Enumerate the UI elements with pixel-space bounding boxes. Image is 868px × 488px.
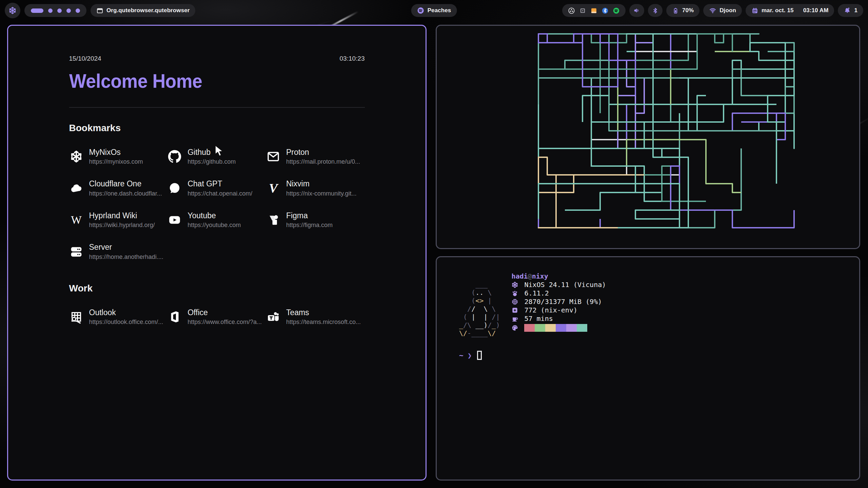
system-tray[interactable] xyxy=(562,4,626,17)
qutebrowser-startpage-window: 15/10/2024 03:10:23 Welcome Home Bookmar… xyxy=(7,25,427,481)
workspace-indicator[interactable] xyxy=(24,4,86,17)
bookmark-name: Office xyxy=(188,308,262,317)
startpage-date: 15/10/2024 xyxy=(69,55,101,62)
active-window-title[interactable]: Org.qutebrowser.qutebrowser xyxy=(91,4,195,17)
fetch-user: hadi xyxy=(511,272,528,280)
fetch-palette-row xyxy=(511,324,606,332)
bookmark-url: https://nix-community.git... xyxy=(286,190,357,197)
section-divider xyxy=(69,107,365,108)
figma-icon xyxy=(266,213,280,227)
palette-swatch xyxy=(556,324,566,332)
window-icon xyxy=(96,7,103,14)
workspace-dot-5[interactable] xyxy=(76,8,80,13)
notifications-widget[interactable]: 1 xyxy=(838,4,863,17)
mouse-pointer xyxy=(215,145,225,157)
bookmark-cloudflare-one[interactable]: Cloudflare Onehttps://one.dash.cloudflar… xyxy=(69,179,168,197)
bookmark-server[interactable]: Serverhttps://home.anotherhadi.... xyxy=(69,243,168,260)
fetch-row: 6.11.2 xyxy=(511,289,606,298)
window-title-label: Org.qutebrowser.qutebrowser xyxy=(106,7,190,14)
widget-x-tray-icon[interactable] xyxy=(579,7,586,14)
bookmark-grid: MyNixOshttps://mynixos.comGithubhttps://… xyxy=(69,148,365,261)
bookmark-name: Hyprland Wiki xyxy=(89,211,155,220)
clock-date: mar. oct. 15 xyxy=(762,7,794,14)
bookmark-youtube[interactable]: Youtubehttps://youtube.com xyxy=(167,211,266,229)
bookmark-mynixos[interactable]: MyNixOshttps://mynixos.com xyxy=(69,148,168,165)
speaker-icon xyxy=(633,7,640,14)
bookmark-url: https://teams.microsoft.co... xyxy=(286,319,361,326)
bluetooth-button[interactable] xyxy=(648,4,663,17)
volume-button[interactable] xyxy=(629,4,644,17)
fetch-row-value: 772 (nix-env) xyxy=(524,306,577,314)
workspace-dot-2[interactable] xyxy=(48,8,53,13)
bookmark-name: Cloudflare One xyxy=(89,179,162,188)
battery-widget[interactable]: 70% xyxy=(666,4,699,17)
palette-swatch xyxy=(577,324,587,332)
bookmark-outlook[interactable]: Outlookhttps://outlook.office.com/... xyxy=(69,308,168,326)
battery-percent: 70% xyxy=(682,7,694,14)
battery-icon xyxy=(672,7,679,14)
bookmark-chat-gpt[interactable]: Chat GPThttps://chat.openai.com/ xyxy=(167,179,266,197)
nixos-launcher-button[interactable] xyxy=(5,3,20,18)
fetch-row-value: 57 mins xyxy=(524,314,553,323)
teams-icon xyxy=(266,310,280,324)
status-modules: 70% Djoon mar. oct. 15 03:10 AM 1 xyxy=(562,4,863,17)
clock-widget[interactable]: mar. oct. 15 03:10 AM xyxy=(746,4,834,17)
bookmark-hyprland-wiki[interactable]: WHyprland Wikihttps://wiki.hyprland.org/ xyxy=(69,211,168,229)
workspace-dot-3[interactable] xyxy=(57,8,62,13)
fetch-row: 2870/31377 MiB (9%) xyxy=(511,298,606,306)
workspace-dot-1[interactable] xyxy=(31,8,43,13)
spotify-green-tray-icon[interactable] xyxy=(613,7,620,14)
bookmark-name: Chat GPT xyxy=(188,179,252,188)
shell-prompt[interactable]: ~ ❯ xyxy=(459,351,837,360)
fetch-terminal-window[interactable]: ___ (.. \ (<> | // \ \ ( | | /| _/\ __)/… xyxy=(436,256,860,481)
fetch-row-value: 2870/31377 MiB (9%) xyxy=(524,298,602,306)
bookmark-url: https://github.com xyxy=(188,158,236,165)
outlook-icon xyxy=(69,310,83,324)
office-icon xyxy=(167,310,182,324)
bookmark-url: https://outlook.office.com/... xyxy=(89,319,163,326)
github-icon xyxy=(167,149,182,164)
bookmark-name: Server xyxy=(89,243,163,251)
fetch-user-host: hadi@nixy xyxy=(511,272,606,281)
bookmark-figma[interactable]: Figmahttps://figma.com xyxy=(266,211,365,229)
bookmark-teams[interactable]: Teamshttps://teams.microsoft.co... xyxy=(266,308,365,326)
spotify-icon xyxy=(417,7,425,14)
bookmark-url: https://one.dash.cloudflar... xyxy=(89,190,162,197)
bookmark-office[interactable]: Officehttps://www.office.com/?a... xyxy=(167,308,266,326)
fetch-row: 57 mins xyxy=(511,314,606,323)
bell-icon xyxy=(844,7,851,14)
bookmark-nixvim[interactable]: VNixvimhttps://nix-community.git... xyxy=(266,179,365,197)
palette-swatch xyxy=(545,324,556,332)
workspace-dot-4[interactable] xyxy=(66,8,71,13)
pipes-terminal-window[interactable] xyxy=(436,25,860,249)
bookmark-grid: Outlookhttps://outlook.office.com/...Off… xyxy=(69,308,365,326)
bookmark-name: Proton xyxy=(286,148,360,157)
bookmark-proton[interactable]: Protonhttps://mail.proton.me/u/0... xyxy=(266,148,365,165)
terminal-cursor xyxy=(477,351,482,360)
fetch-row-value: NixOS 24.11 (Vicuna) xyxy=(524,281,606,289)
bookmark-url: https://figma.com xyxy=(286,222,333,229)
fetch-row-value: 6.11.2 xyxy=(524,289,549,298)
calendar-icon xyxy=(751,7,758,14)
obs-tray-icon[interactable] xyxy=(568,7,575,14)
network-widget[interactable]: Djoon xyxy=(703,4,742,17)
fetch-row: NixOS 24.11 (Vicuna) xyxy=(511,281,606,289)
prompt-symbol: ❯ xyxy=(468,351,472,360)
media-track-label: Peaches xyxy=(428,7,451,14)
bluetooth-icon xyxy=(652,7,659,14)
fetch-row: 772 (nix-env) xyxy=(511,306,606,314)
bookmark-name: Youtube xyxy=(188,211,241,220)
bookmark-name: Figma xyxy=(286,211,333,220)
wikipedia-w-icon: W xyxy=(69,213,83,227)
fastfetch-ascii-art: ___ (.. \ (<> | // \ \ ( | | /| _/\ __)/… xyxy=(459,272,500,337)
blueman-tray-icon[interactable] xyxy=(601,7,609,14)
palette-swatch xyxy=(566,324,577,332)
envelope-icon xyxy=(266,149,280,164)
bookmark-name: Nixvim xyxy=(286,179,357,188)
section-heading-bookmarks: Bookmarks xyxy=(69,123,365,134)
f-cup-icon xyxy=(511,315,519,322)
wifi-icon xyxy=(709,7,716,14)
nixos-logo-icon xyxy=(8,6,17,15)
media-player-widget[interactable]: Peaches xyxy=(411,4,457,17)
folder-orange-tray-icon[interactable] xyxy=(590,7,597,14)
